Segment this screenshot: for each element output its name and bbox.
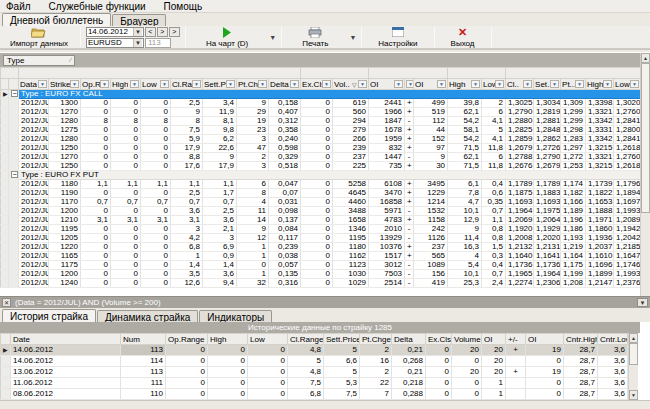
cell[interactable]: 1,3331 (586, 126, 614, 135)
last-date-button[interactable]: > (169, 27, 180, 37)
cell[interactable]: 0 (141, 99, 171, 108)
cell[interactable]: 20 (482, 345, 506, 356)
tab-strike-dynamics[interactable]: Динамика страйка (97, 310, 198, 322)
cell[interactable]: 5,3 (324, 378, 360, 389)
cell[interactable]: 1,2037 (586, 243, 614, 252)
cell[interactable]: 565 (414, 252, 448, 261)
cell[interactable]: 0 (81, 135, 111, 144)
cell[interactable]: + (405, 162, 414, 171)
cell[interactable]: 9 (237, 225, 269, 234)
cell[interactable]: 9 (237, 99, 269, 108)
cell[interactable]: 1,1 (111, 180, 141, 189)
cell[interactable]: + (405, 243, 414, 252)
cell[interactable]: 8 (111, 117, 141, 126)
column-header-low[interactable]: Low▼ (482, 79, 506, 90)
cell[interactable]: 1190 (49, 189, 81, 198)
cell[interactable]: 0 (141, 252, 171, 261)
filter-dropdown-icon[interactable]: ▼ (358, 80, 367, 88)
cell[interactable]: 1,1789 (534, 180, 561, 189)
cell[interactable]: 1,174 (561, 180, 586, 189)
cell[interactable]: 0,158 (269, 99, 301, 108)
column-header-data[interactable]: Data▼ (19, 79, 49, 90)
cell[interactable]: 3 (237, 162, 269, 171)
cell[interactable]: 1,1640 (506, 252, 534, 261)
group-row[interactable]: −Type : EURO FX PUT (1, 171, 641, 180)
cell[interactable]: 1,1 (203, 180, 237, 189)
cell[interactable]: 1,2676 (506, 162, 534, 171)
history-column-header[interactable]: Sett.Price (324, 334, 360, 345)
cell[interactable]: 0 (111, 207, 141, 216)
table-row[interactable]: 2012/JUL1270000911,9290,40705601966+5196… (1, 108, 641, 117)
cell[interactable]: 6,1 (448, 180, 482, 189)
cell[interactable]: 0 (111, 252, 141, 261)
cell[interactable]: 5,9 (171, 135, 203, 144)
cell[interactable]: 3495 (414, 180, 448, 189)
cell[interactable]: 1162 (333, 252, 369, 261)
cell[interactable]: 0,9 (203, 252, 237, 261)
cell[interactable]: 1,1929 (534, 225, 561, 234)
cell[interactable]: 0,4 (482, 261, 506, 270)
column-header-high[interactable]: High▼ (448, 79, 482, 90)
cell[interactable]: 5 (288, 356, 324, 367)
cell[interactable]: 17,9 (171, 144, 203, 153)
cell[interactable]: 0 (166, 356, 208, 367)
filter-dropdown-icon[interactable]: ▼ (70, 80, 79, 88)
cell[interactable]: 5,4 (448, 261, 482, 270)
cell[interactable]: 0,4 (482, 180, 506, 189)
scroll-down-icon[interactable]: ▼ (629, 390, 638, 400)
cell[interactable]: 3,1 (141, 216, 171, 225)
column-header-set-[interactable]: Set..▼ (534, 79, 561, 90)
cell[interactable]: 2,5 (171, 189, 203, 198)
filter-dropdown-icon[interactable]: ▼ (38, 80, 47, 88)
cell[interactable]: 6,9 (203, 243, 237, 252)
filter-customize-icon[interactable]: ▼ (637, 298, 648, 307)
cell[interactable]: 1,4 (203, 261, 237, 270)
table-row[interactable]: 2012/JUL12000003,62,5110,098034885971-15… (1, 207, 641, 216)
column-header-high[interactable]: High▼ (586, 79, 614, 90)
cell[interactable]: 4,1 (482, 117, 506, 126)
cell[interactable]: 735 (369, 162, 405, 171)
cell[interactable]: 1300 (49, 99, 81, 108)
cell[interactable]: 3,4 (203, 99, 237, 108)
filter-dropdown-icon[interactable]: ▼ (130, 80, 139, 88)
cell[interactable]: 0 (208, 378, 248, 389)
cell[interactable]: 1,166 (561, 198, 586, 207)
cell[interactable]: 19 (237, 117, 269, 126)
cell[interactable]: 0 (452, 389, 482, 400)
cell[interactable] (506, 389, 526, 400)
cell[interactable]: 1,1697 (614, 198, 641, 207)
cell[interactable]: 19 (526, 345, 564, 356)
cell[interactable]: 0,240 (269, 135, 301, 144)
history-column-header[interactable]: Cl.Range (288, 334, 324, 345)
grouping-panel[interactable]: Type ∕ (0, 53, 650, 67)
cell[interactable]: 3 (171, 225, 203, 234)
cell[interactable]: 0 (208, 367, 248, 378)
cell[interactable]: 0 (426, 378, 452, 389)
cell[interactable]: 1,2274 (506, 279, 534, 288)
column-header-oi[interactable]: OI▼ (369, 79, 405, 90)
cell[interactable]: 6108 (369, 180, 405, 189)
cell[interactable]: 1,298 (561, 126, 586, 135)
cell[interactable]: 832 (369, 144, 405, 153)
column-header-high[interactable]: High▼ (111, 79, 141, 90)
table-row[interactable]: 2012/JUL124000012,69,4320,316010292514-4… (1, 279, 641, 288)
cell[interactable]: 1,1860 (586, 225, 614, 234)
filter-close-icon[interactable]: ✕ (2, 298, 11, 307)
cell[interactable]: 560 (333, 108, 369, 117)
column-header-vol-[interactable]: Vol..▽▼ (333, 79, 369, 90)
table-row[interactable]: 2012/JUL116500010,910,038011621517+56540… (1, 252, 641, 261)
cell[interactable]: 1,3342 (586, 117, 614, 126)
history-column-header[interactable]: High (208, 334, 248, 345)
print-button[interactable]: Печать (284, 26, 346, 48)
cell[interactable]: 1,1 (141, 180, 171, 189)
cell[interactable]: 1,1964 (506, 207, 534, 216)
cell[interactable]: 2012/JUL (19, 117, 49, 126)
cell[interactable]: 71,5 (448, 162, 482, 171)
cell[interactable]: 1220 (49, 243, 81, 252)
cell[interactable]: 0 (208, 356, 248, 367)
chevron-down-icon[interactable]: ▼ (133, 28, 142, 36)
cell[interactable]: 12,9 (448, 216, 482, 225)
group-row-label[interactable]: Type : EURO FX PUT (19, 171, 641, 180)
cell[interactable]: 4,2 (171, 234, 203, 243)
cell[interactable]: 0,137 (269, 216, 301, 225)
